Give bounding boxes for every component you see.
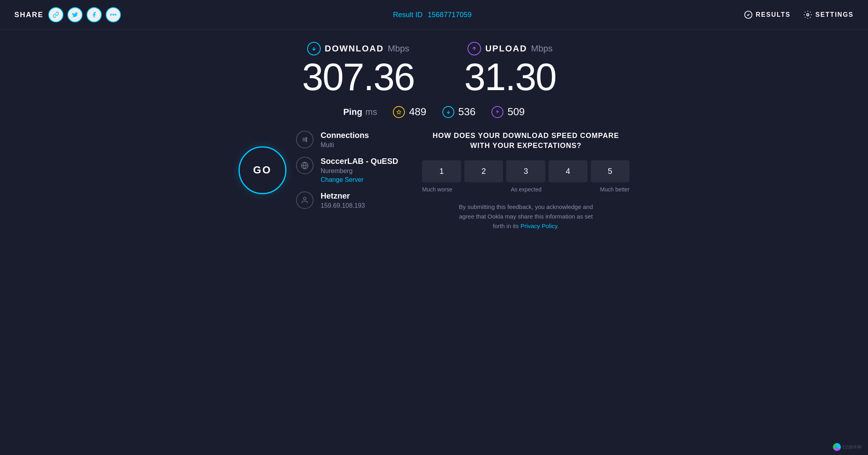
ping-upload: 509 bbox=[491, 106, 525, 118]
rating-row: 1 2 3 4 5 bbox=[422, 160, 629, 182]
connections-row: Connections Multi bbox=[296, 131, 398, 149]
connections-text: Connections Multi bbox=[321, 131, 369, 149]
share-icons: ••• bbox=[48, 7, 121, 22]
results-icon bbox=[744, 10, 753, 19]
ping-label-group: Ping ms bbox=[343, 107, 377, 117]
isp-icon bbox=[296, 191, 314, 209]
feedback-panel: HOW DOES YOUR DOWNLOAD SPEED COMPARE WIT… bbox=[422, 131, 629, 231]
header: SHARE ••• Result bbox=[0, 0, 868, 30]
ping-upload-icon bbox=[491, 106, 503, 118]
share-label: SHARE bbox=[14, 11, 43, 19]
info-rows: Connections Multi bbox=[296, 131, 398, 209]
share-section: SHARE ••• bbox=[14, 7, 121, 22]
ping-section: Ping ms 489 536 bbox=[343, 106, 525, 118]
ping-download-value: 536 bbox=[458, 106, 475, 118]
server-text: SoccerLAB - QuESD Nuremberg Change Serve… bbox=[321, 157, 398, 183]
speed-section: DOWNLOAD Mbps 307.36 UPLOAD Mbps 31.30 bbox=[302, 42, 566, 96]
rating-label-worse: Much worse bbox=[422, 186, 452, 193]
svg-point-1 bbox=[807, 14, 809, 16]
download-block: DOWNLOAD Mbps 307.36 bbox=[302, 42, 414, 96]
isp-text: Hetzner 159.69.108.193 bbox=[321, 191, 365, 209]
results-button[interactable]: RESULTS bbox=[744, 10, 791, 19]
feedback-note: By submitting this feedback, you acknowl… bbox=[422, 202, 629, 231]
upload-value: 31.30 bbox=[454, 58, 566, 96]
rating-label-better: Much better bbox=[600, 186, 629, 193]
isp-ip: 159.69.108.193 bbox=[321, 202, 365, 209]
share-facebook-button[interactable] bbox=[87, 7, 102, 22]
connections-title: Connections bbox=[321, 131, 369, 140]
settings-button[interactable]: SETTINGS bbox=[803, 10, 854, 19]
download-title: DOWNLOAD Mbps bbox=[302, 42, 414, 55]
rating-5-button[interactable]: 5 bbox=[591, 160, 630, 182]
upload-label: UPLOAD bbox=[485, 43, 527, 54]
settings-icon bbox=[803, 10, 812, 19]
upload-unit: Mbps bbox=[531, 43, 552, 54]
header-right: RESULTS SETTINGS bbox=[744, 10, 854, 19]
upload-title: UPLOAD Mbps bbox=[454, 42, 566, 55]
ping-jitter-value: 489 bbox=[409, 106, 426, 118]
share-more-button[interactable]: ••• bbox=[106, 7, 121, 22]
watermark: DZ插件网 bbox=[833, 443, 862, 451]
share-twitter-button[interactable] bbox=[67, 7, 83, 22]
upload-block: UPLOAD Mbps 31.30 bbox=[454, 42, 566, 96]
watermark-text: DZ插件网 bbox=[842, 444, 862, 450]
isp-title: Hetzner bbox=[321, 191, 365, 201]
rating-2-button[interactable]: 2 bbox=[464, 160, 503, 182]
result-id-value[interactable]: 15687717059 bbox=[428, 11, 471, 19]
server-title: SoccerLAB - QuESD bbox=[321, 157, 398, 166]
watermark-logo bbox=[833, 443, 841, 451]
share-link-button[interactable] bbox=[48, 7, 63, 22]
server-row: SoccerLAB - QuESD Nuremberg Change Serve… bbox=[296, 157, 398, 183]
ping-download-icon bbox=[442, 106, 454, 118]
download-value: 307.36 bbox=[302, 58, 414, 96]
change-server-link[interactable]: Change Server bbox=[321, 176, 398, 183]
connections-value: Multi bbox=[321, 142, 369, 149]
download-icon bbox=[307, 42, 321, 55]
ping-upload-value: 509 bbox=[507, 106, 525, 118]
ping-download: 536 bbox=[442, 106, 475, 118]
jitter-icon bbox=[393, 106, 405, 118]
ping-unit: ms bbox=[365, 107, 377, 117]
privacy-policy-link[interactable]: Privacy Policy bbox=[521, 223, 557, 229]
upload-icon bbox=[468, 42, 481, 55]
result-id-section: Result ID 15687717059 bbox=[393, 11, 471, 19]
go-row: GO bbox=[239, 131, 398, 209]
info-panel: GO bbox=[239, 131, 398, 231]
rating-1-button[interactable]: 1 bbox=[422, 160, 461, 182]
download-label: DOWNLOAD bbox=[325, 43, 384, 54]
main-content: DOWNLOAD Mbps 307.36 UPLOAD Mbps 31.30 P… bbox=[0, 30, 868, 239]
svg-point-7 bbox=[303, 197, 306, 200]
more-dots-icon: ••• bbox=[110, 11, 117, 18]
ping-jitter: 489 bbox=[393, 106, 426, 118]
lower-section: GO bbox=[215, 131, 653, 231]
rating-label-expected: As expected bbox=[511, 186, 541, 193]
rating-3-button[interactable]: 3 bbox=[506, 160, 545, 182]
download-unit: Mbps bbox=[388, 43, 409, 54]
go-button[interactable]: GO bbox=[239, 146, 286, 194]
server-location: Nuremberg bbox=[321, 167, 398, 175]
rating-4-button[interactable]: 4 bbox=[548, 160, 588, 182]
feedback-question: HOW DOES YOUR DOWNLOAD SPEED COMPARE WIT… bbox=[422, 131, 629, 151]
rating-labels: Much worse As expected Much better bbox=[422, 186, 629, 193]
ping-label: Ping bbox=[343, 107, 362, 117]
server-icon bbox=[296, 157, 314, 174]
connections-icon bbox=[296, 131, 314, 148]
isp-row: Hetzner 159.69.108.193 bbox=[296, 191, 398, 209]
